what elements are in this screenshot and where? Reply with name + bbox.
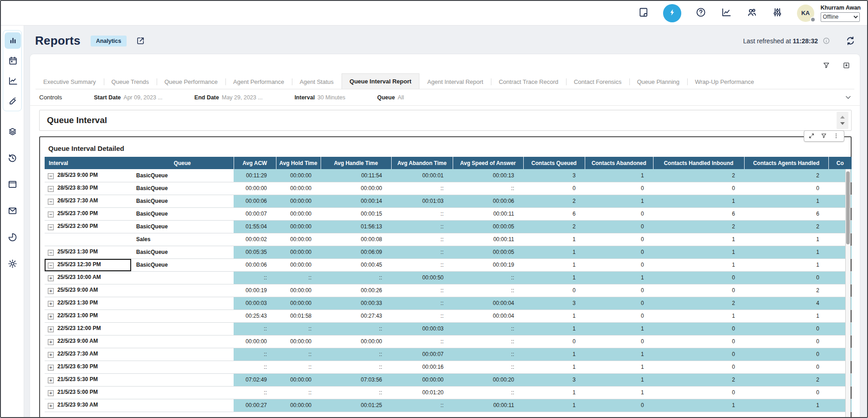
value-cell[interactable]: 00:00:07 — [234, 207, 276, 220]
value-cell[interactable]: :: — [321, 386, 391, 399]
value-cell[interactable]: 2 — [653, 297, 744, 310]
value-cell[interactable]: 00:00:05 — [453, 220, 523, 233]
interval-cell[interactable]: +21/5/23 6:30 PM — [45, 361, 131, 373]
tab-queue-planning[interactable]: Queue Planning — [629, 75, 687, 89]
value-cell[interactable]: 07:02:49 — [234, 373, 276, 386]
column-header-queue[interactable]: Queue — [131, 157, 234, 169]
chevron-down-icon[interactable] — [844, 93, 853, 102]
queue-cell[interactable]: BasicQueue — [131, 246, 234, 258]
value-cell[interactable]: :: — [453, 348, 523, 361]
expand-icon[interactable]: + — [48, 288, 54, 294]
flash-icon[interactable] — [663, 4, 681, 22]
value-cell[interactable]: 1 — [523, 386, 585, 399]
value-cell[interactable]: 1 — [523, 322, 585, 335]
download-icon[interactable] — [842, 62, 851, 70]
value-cell[interactable]: 00:00:06 — [234, 258, 276, 271]
value-cell[interactable]: 1 — [653, 258, 744, 271]
scrollbar-thumb[interactable] — [846, 171, 850, 244]
value-cell[interactable]: 0 — [585, 297, 653, 310]
value-cell[interactable]: :: — [234, 361, 276, 373]
value-cell[interactable]: 0 — [744, 361, 828, 373]
sidebar-item-bar-chart-icon[interactable] — [5, 32, 21, 49]
value-cell[interactable]: 00:00:27 — [234, 399, 276, 412]
tab-agent-performance[interactable]: Agent Performance — [225, 75, 292, 89]
table-row[interactable]: +21/5/23 6:30 PM::::::00:00:16::1100 — [45, 361, 852, 373]
value-cell[interactable]: :: — [321, 361, 391, 373]
value-cell[interactable]: 0 — [585, 258, 653, 271]
value-cell[interactable]: 1 — [585, 322, 653, 335]
value-cell[interactable]: 00:00:11 — [453, 233, 523, 246]
queue-cell[interactable] — [131, 322, 234, 335]
value-cell[interactable]: 2 — [653, 220, 744, 233]
value-cell[interactable]: 00:00:00 — [276, 207, 321, 220]
queue-cell[interactable] — [131, 271, 234, 284]
value-cell[interactable]: 00:00:06 — [234, 195, 276, 207]
column-header-avg-abandon-time[interactable]: Avg Abandon Time — [391, 157, 453, 169]
expand-icon[interactable]: + — [48, 301, 54, 307]
value-cell[interactable]: 00:00:00 — [276, 246, 321, 258]
tab-contact-forensics[interactable]: Contact Forensics — [566, 75, 629, 89]
value-cell[interactable]: :: — [391, 220, 453, 233]
value-cell[interactable]: :: — [276, 271, 321, 284]
expand-icon[interactable]: + — [48, 352, 54, 358]
value-cell[interactable]: 00:25:43 — [234, 310, 276, 322]
tab-wrap-up-performance[interactable]: Wrap-Up Performance — [687, 75, 762, 89]
value-cell[interactable]: :: — [234, 322, 276, 335]
interval-cell[interactable]: −25/5/23 12:30 PM — [45, 258, 131, 271]
expand-icon[interactable]: + — [48, 365, 54, 371]
sidebar-item-history-icon[interactable] — [4, 150, 20, 166]
value-cell[interactable]: 0 — [523, 335, 585, 348]
value-cell[interactable]: 0 — [744, 335, 828, 348]
value-cell[interactable]: 00:00:26 — [321, 284, 391, 297]
value-cell[interactable]: 1 — [653, 233, 744, 246]
table-row[interactable]: +25/5/23 9:00 AM00:00:1900:00:0000:00:26… — [45, 284, 852, 297]
value-cell[interactable]: 07:03:56 — [321, 373, 391, 386]
value-cell[interactable]: :: — [276, 348, 321, 361]
value-cell[interactable]: 3 — [523, 169, 585, 182]
value-cell[interactable]: 0 — [653, 284, 744, 297]
value-cell[interactable]: 00:00:00 — [276, 169, 321, 182]
queue-cell[interactable]: BasicQueue — [131, 207, 234, 220]
expand-icon[interactable]: + — [48, 275, 54, 281]
value-cell[interactable]: 0 — [585, 284, 653, 297]
value-cell[interactable]: :: — [453, 361, 523, 373]
interval-cell[interactable]: +21/5/23 5:30 PM — [45, 373, 131, 386]
value-cell[interactable]: 00:05:35 — [234, 246, 276, 258]
interval-cell[interactable] — [45, 233, 131, 246]
table-row[interactable]: −28/5/23 8:30 PMBasicQueue00:00:0000:00:… — [45, 182, 852, 195]
sidebar-item-pie-icon[interactable] — [4, 229, 20, 245]
sidebar-item-mail-icon[interactable] — [4, 202, 20, 219]
value-cell[interactable]: 00:00:00 — [276, 220, 321, 233]
value-cell[interactable]: :: — [391, 297, 453, 310]
value-cell[interactable]: :: — [321, 348, 391, 361]
value-cell[interactable]: 00:00:00 — [391, 373, 453, 386]
value-cell[interactable]: :: — [453, 182, 523, 195]
value-cell[interactable]: :: — [234, 386, 276, 399]
value-cell[interactable]: 00:00:00 — [234, 335, 276, 348]
queue-cell[interactable] — [131, 399, 234, 412]
sidebar-item-window-icon[interactable] — [4, 176, 20, 192]
value-cell[interactable]: 00:00:20 — [453, 373, 523, 386]
value-cell[interactable]: 00:00:04 — [453, 297, 523, 310]
help-icon[interactable] — [695, 7, 707, 19]
value-cell[interactable]: 00:00:08 — [321, 233, 391, 246]
sidebar-item-layers-icon[interactable] — [4, 123, 20, 139]
tab-agent-interval-report[interactable]: Agent Interval Report — [419, 75, 491, 89]
value-cell[interactable]: 1 — [744, 246, 828, 258]
value-cell[interactable]: 0 — [585, 399, 653, 412]
value-cell[interactable]: 01:56:13 — [321, 220, 391, 233]
interval-cell[interactable]: +22/5/23 9:00 AM — [45, 335, 131, 348]
value-cell[interactable]: :: — [391, 233, 453, 246]
value-cell[interactable]: 00:00:00 — [276, 373, 321, 386]
value-cell[interactable]: 1 — [653, 246, 744, 258]
value-cell[interactable]: 1 — [523, 310, 585, 322]
note-icon[interactable] — [638, 7, 649, 19]
value-cell[interactable]: 3 — [523, 297, 585, 310]
value-cell[interactable]: 4 — [744, 297, 828, 310]
value-cell[interactable]: 00:00:00 — [276, 233, 321, 246]
value-cell[interactable]: 0 — [585, 233, 653, 246]
tab-queue-interval-report[interactable]: Queue Interval Report — [342, 73, 420, 89]
value-cell[interactable]: 00:00:13 — [453, 169, 523, 182]
table-row[interactable]: −26/5/23 7:30 AMBasicQueue00:00:0600:00:… — [45, 195, 852, 207]
value-cell[interactable]: :: — [453, 322, 523, 335]
